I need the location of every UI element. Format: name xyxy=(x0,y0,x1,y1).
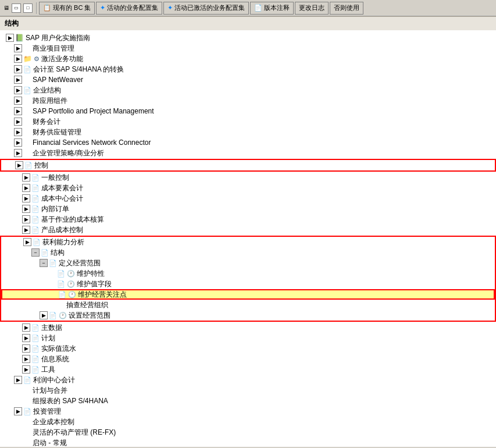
list-item[interactable]: ▶ 📄 利润中心会计 xyxy=(0,375,496,385)
maximize-button[interactable]: □ xyxy=(23,3,33,13)
n12-expand[interactable]: ▶ xyxy=(15,161,23,169)
change-log-button[interactable]: 更改日志 xyxy=(295,2,329,15)
list-item[interactable]: ▶ 📄 主数据 xyxy=(0,322,496,333)
n12e-expand[interactable]: ▶ xyxy=(22,215,30,223)
n9-expand[interactable]: ▶ xyxy=(14,128,22,136)
setup-scope-node[interactable]: ▶ 📄 🕐 设置经营范围 xyxy=(1,310,495,321)
list-item[interactable]: ▶ 商业项目管理 xyxy=(0,43,496,54)
navigation-tree: ▶ 📗 SAP 用户化实施指南 ▶ 商业项目管理 ▶ 📁 ⚙ 激活业务功能 ▶ … xyxy=(0,30,496,447)
check-org-node[interactable]: 抽查经营组织 xyxy=(1,300,495,310)
list-item[interactable]: ▶ 📄 基于作业的成本核算 xyxy=(0,214,496,225)
n12f-expand[interactable]: ▶ xyxy=(22,226,30,234)
current-bc-icon: 📋 xyxy=(43,4,51,12)
list-item[interactable]: ▶ 📄 内部订单 xyxy=(0,204,496,214)
list-item[interactable]: ▶ SAP NetWeaver xyxy=(0,74,496,85)
list-item[interactable]: ▶ 📄 信息系统 xyxy=(0,354,496,364)
doc-icon-n12f: 📄 xyxy=(31,226,40,234)
otherwise-use-button[interactable]: 否则使用 xyxy=(330,2,363,15)
n11-expand[interactable]: ▶ xyxy=(14,149,22,157)
n12d-expand[interactable]: ▶ xyxy=(22,205,30,213)
gear-icon-n2: ⚙ xyxy=(34,55,40,63)
list-item[interactable]: ▶ SAP Portfolio and Project Management xyxy=(0,106,496,116)
list-item[interactable]: 计划与合并 xyxy=(0,385,496,396)
list-item[interactable]: ▶ 财务会计 xyxy=(0,116,496,127)
active-bc-button[interactable]: ✦ 活动的业务配置集 xyxy=(96,2,162,15)
list-item[interactable]: ▶ 📄 计划 xyxy=(0,333,496,343)
doc-gear-icon-3: 📄 xyxy=(58,291,66,298)
toolbar-separator-1 xyxy=(36,2,37,14)
control-node[interactable]: ▶ 📄 控制 xyxy=(1,160,495,170)
n12g1-expand[interactable]: − xyxy=(31,248,40,257)
n12c-expand[interactable]: ▶ xyxy=(22,194,30,202)
structure-node[interactable]: − 📄 结构 xyxy=(1,247,495,258)
list-item[interactable]: ▶ 📄 工具 xyxy=(0,364,496,375)
list-item[interactable]: ▶ 跨应用组件 xyxy=(0,95,496,106)
maintain-value-field-node[interactable]: 📄 🕐 维护值字段 xyxy=(1,279,495,289)
maintain-focus-node[interactable]: 📄 🕐 维护经营关注点 xyxy=(1,289,495,300)
red-box-control: ▶ 📄 控制 xyxy=(0,159,496,172)
version-notes-button[interactable]: 📄 版本注释 xyxy=(250,2,294,15)
doc-icon-n3: 📄 xyxy=(23,66,31,73)
list-item[interactable]: ▶ 企业管理策略/商业分析 xyxy=(0,148,496,158)
tree-main-content[interactable]: ▶ 📗 SAP 用户化实施指南 ▶ 商业项目管理 ▶ 📁 ⚙ 激活业务功能 ▶ … xyxy=(0,30,496,447)
n5-expand[interactable]: ▶ xyxy=(14,86,22,94)
doc-icon-n12k: 📄 xyxy=(31,355,40,363)
doc-icon-n12e: 📄 xyxy=(31,216,40,223)
n12i-expand[interactable]: ▶ xyxy=(22,334,30,342)
doc-gear-icon-1: 📄 xyxy=(57,270,65,278)
n16-expand[interactable]: ▶ xyxy=(14,407,22,415)
n12j-expand[interactable]: ▶ xyxy=(22,344,30,353)
tree-root[interactable]: ▶ 📗 SAP 用户化实施指南 xyxy=(0,33,496,43)
list-item[interactable]: ▶ 📄 一般控制 xyxy=(0,172,496,183)
list-item[interactable]: ▶ 📄 成本要素会计 xyxy=(0,183,496,193)
n2-expand[interactable]: ▶ xyxy=(14,55,22,63)
active-activated-bc-button[interactable]: ✦ 活动已激活的业务配置集 xyxy=(163,2,249,15)
list-item[interactable]: 组报表的 SAP S/4HANA xyxy=(0,396,496,406)
doc-icon-n12i: 📄 xyxy=(31,335,40,342)
n12g-expand[interactable]: ▶ xyxy=(23,238,31,246)
n7-expand[interactable]: ▶ xyxy=(14,107,22,115)
list-item[interactable]: 企业成本控制 xyxy=(0,417,496,427)
root-icon: 📗 xyxy=(15,34,24,42)
doc-icon-n12c: 📄 xyxy=(31,195,40,202)
n12l-expand[interactable]: ▶ xyxy=(22,365,30,374)
list-item[interactable]: ▶ 📄 成本中心会计 xyxy=(0,193,496,204)
list-item[interactable]: ▶ 📄 投资管理 xyxy=(0,406,496,417)
list-item[interactable]: ▶ 📄 产品成本控制 xyxy=(0,225,496,235)
doc-icon-n5: 📄 xyxy=(23,87,31,94)
n8-expand[interactable]: ▶ xyxy=(14,118,22,126)
profitability-node[interactable]: ▶ 📄 获利能力分析 xyxy=(1,237,495,247)
n1-expand[interactable]: ▶ xyxy=(14,44,22,52)
doc-icon-n12h: 📄 xyxy=(31,324,40,332)
root-expand-btn[interactable]: ▶ xyxy=(6,34,14,42)
list-item[interactable]: 启动 - 常规 xyxy=(0,438,496,447)
n12k-expand[interactable]: ▶ xyxy=(22,355,30,363)
doc-icon-n12j: 📄 xyxy=(31,345,40,353)
n12h-expand[interactable]: ▶ xyxy=(22,323,30,332)
clock-icon-3: 🕐 xyxy=(68,291,76,298)
list-item[interactable]: ▶ 📄 企业结构 xyxy=(0,85,496,95)
list-item[interactable]: ▶ 📄 会计至 SAP S/4HANA 的转换 xyxy=(0,64,496,74)
n10-expand[interactable]: ▶ xyxy=(14,138,22,147)
n6-expand[interactable]: ▶ xyxy=(14,97,22,105)
clock-icon-1: 🕐 xyxy=(67,270,75,278)
n3-expand[interactable]: ▶ xyxy=(14,65,22,73)
list-item[interactable]: ▶ 📁 ⚙ 激活业务功能 xyxy=(0,54,496,64)
list-item[interactable]: 灵活的不动产管理 (RE-FX) xyxy=(0,427,496,438)
doc-icon-n12a: 📄 xyxy=(31,174,40,182)
list-item[interactable]: ▶ 财务供应链管理 xyxy=(0,127,496,137)
n12g1b-expand[interactable]: ▶ xyxy=(40,311,48,319)
n13-expand[interactable]: ▶ xyxy=(14,376,22,384)
root-label: SAP 用户化实施指南 xyxy=(26,33,90,43)
define-scope-node[interactable]: − 📄 定义经营范围 xyxy=(1,258,495,268)
n12b-expand[interactable]: ▶ xyxy=(22,184,30,192)
n12g1a-expand[interactable]: − xyxy=(40,259,48,267)
n12a-expand[interactable]: ▶ xyxy=(22,173,30,182)
clock-icon-4: 🕐 xyxy=(59,312,67,319)
maintain-features-node[interactable]: 📄 🕐 维护特性 xyxy=(1,268,495,279)
current-bc-button[interactable]: 📋 现有的 BC 集 xyxy=(39,2,95,15)
minimize-button[interactable]: ▭ xyxy=(12,3,21,13)
list-item[interactable]: ▶ 📄 实际值流水 xyxy=(0,343,496,354)
list-item[interactable]: ▶ Financial Services Network Connector xyxy=(0,137,496,148)
n4-expand[interactable]: ▶ xyxy=(14,76,22,84)
